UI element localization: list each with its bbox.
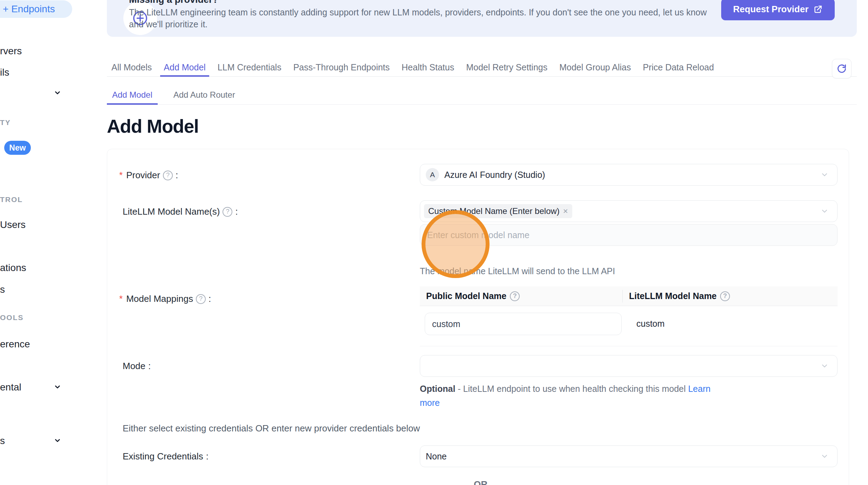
page-title: Add Model <box>107 116 199 137</box>
model-names-multiselect[interactable]: Custom Model Name (Enter below) × <box>420 200 838 222</box>
required-asterisk: * <box>119 170 123 181</box>
label-colon: : <box>148 361 151 372</box>
help-icon[interactable]: ? <box>720 291 730 301</box>
tab-llm-credentials[interactable]: LLM Credentials <box>214 60 285 77</box>
litellm-model-name-header: LiteLLM Model Name ? <box>623 291 730 301</box>
mode-help-rest: - LiteLLM endpoint to use when health ch… <box>455 384 688 394</box>
subtab-add-model[interactable]: Add Model <box>107 87 158 105</box>
or-divider: OR <box>474 479 487 485</box>
litellm-model-name-header-text: LiteLLM Model Name <box>629 291 717 301</box>
chevron-down-icon <box>820 362 829 370</box>
sidebar-collapse-chevron-icon[interactable] <box>54 89 61 97</box>
existing-credentials-label-text: Existing Credentials <box>123 451 203 462</box>
existing-credentials-value: None <box>426 451 447 462</box>
sidebar-item-servers[interactable]: rvers <box>0 46 22 57</box>
request-provider-button[interactable]: Request Provider <box>721 0 835 20</box>
model-mappings-header: Public Model Name ? LiteLLM Model Name ? <box>420 286 838 306</box>
mode-select[interactable] <box>420 355 838 377</box>
public-model-name-header: Public Model Name ? <box>420 291 622 301</box>
provider-label: * Provider ? : <box>119 170 178 181</box>
help-icon[interactable]: ? <box>223 207 232 217</box>
model-names-label: LiteLLM Model Name(s) ? : <box>123 206 238 217</box>
provider-value: Azure AI Foundry (Studio) <box>444 170 545 180</box>
banner-title: Missing a provider? <box>129 0 218 5</box>
label-colon: : <box>235 206 238 217</box>
banner-description: The LiteLLM engineering team is constant… <box>129 6 721 30</box>
mode-help-text: Optional - LiteLLM endpoint to use when … <box>420 382 713 410</box>
provider-select[interactable]: A Azure AI Foundry (Studio) <box>420 164 838 186</box>
custom-model-name-input[interactable] <box>420 224 838 246</box>
existing-credentials-select[interactable]: None <box>420 445 838 467</box>
selected-model-tag: Custom Model Name (Enter below) × <box>424 204 572 218</box>
provider-avatar: A <box>426 168 439 181</box>
label-colon: : <box>209 293 211 304</box>
model-name-help-text: The model name LiteLLM will send to the … <box>420 266 615 276</box>
sidebar-settings-chevron-icon[interactable] <box>54 437 61 444</box>
sidebar-item-teams[interactable]: s <box>0 284 5 295</box>
selected-model-tag-text: Custom Model Name (Enter below) <box>428 206 560 216</box>
help-icon[interactable]: ? <box>510 291 520 301</box>
provider-label-text: Provider <box>126 170 160 181</box>
model-names-label-text: LiteLLM Model Name(s) <box>123 206 220 217</box>
new-badge: New <box>4 141 31 155</box>
chevron-down-icon <box>820 171 829 179</box>
subtab-add-auto-router[interactable]: Add Auto Router <box>168 87 240 105</box>
sidebar-item-organizations[interactable]: ations <box>0 262 26 273</box>
model-tabs: All Models Add Model LLM Credentials Pas… <box>108 60 717 77</box>
litellm-model-name-value: custom <box>636 319 665 329</box>
sidebar-item-settings[interactable]: s <box>0 435 5 446</box>
refresh-button[interactable] <box>832 59 852 78</box>
sidebar-section-tools: OOLS <box>0 313 24 322</box>
existing-credentials-label: Existing Credentials : <box>123 451 209 462</box>
sidebar-section-security: TY <box>0 118 11 127</box>
chevron-down-icon <box>820 207 829 215</box>
sidebar-section-access-control: TROL <box>0 195 23 204</box>
tab-price-data-reload[interactable]: Price Data Reload <box>639 60 717 77</box>
model-mappings-label-text: Model Mappings <box>126 293 193 304</box>
mode-label-text: Mode <box>123 361 145 372</box>
public-model-name-header-text: Public Model Name <box>426 291 506 301</box>
remove-tag-icon[interactable]: × <box>563 206 568 216</box>
refresh-icon <box>837 64 847 74</box>
chevron-down-icon <box>820 452 829 460</box>
tab-all-models[interactable]: All Models <box>108 60 155 77</box>
public-model-name-input[interactable] <box>425 313 622 335</box>
model-mappings-label: * Model Mappings ? : <box>119 293 211 304</box>
tab-add-model[interactable]: Add Model <box>160 60 209 77</box>
help-icon[interactable]: ? <box>163 171 173 180</box>
optional-text: Optional <box>420 384 455 394</box>
mode-label: Mode : <box>123 361 151 372</box>
help-icon[interactable]: ? <box>196 294 206 304</box>
add-model-subtabs: Add Model Add Auto Router <box>107 87 240 105</box>
request-provider-label: Request Provider <box>733 4 808 15</box>
tab-model-retry-settings[interactable]: Model Retry Settings <box>463 60 551 77</box>
sidebar-item-endpoints[interactable]: + Endpoints <box>0 0 72 18</box>
sidebar-item-users[interactable]: Users <box>0 219 26 230</box>
tab-pass-through-endpoints[interactable]: Pass-Through Endpoints <box>290 60 393 77</box>
table-row-divider <box>420 346 838 346</box>
tab-health-status[interactable]: Health Status <box>398 60 458 77</box>
sidebar-item-api-reference[interactable]: erence <box>0 339 30 350</box>
external-link-icon <box>813 5 823 14</box>
label-colon: : <box>206 451 209 462</box>
required-asterisk: * <box>119 293 123 304</box>
credentials-note: Either select existing credentials OR en… <box>123 423 420 434</box>
sidebar-experimental-chevron-icon[interactable] <box>54 383 61 391</box>
tab-model-group-alias[interactable]: Model Group Alias <box>556 60 634 77</box>
sidebar-item-experimental[interactable]: ental <box>0 382 21 393</box>
sidebar-item-guardrails[interactable]: ils <box>0 67 9 78</box>
label-colon: : <box>176 170 178 181</box>
